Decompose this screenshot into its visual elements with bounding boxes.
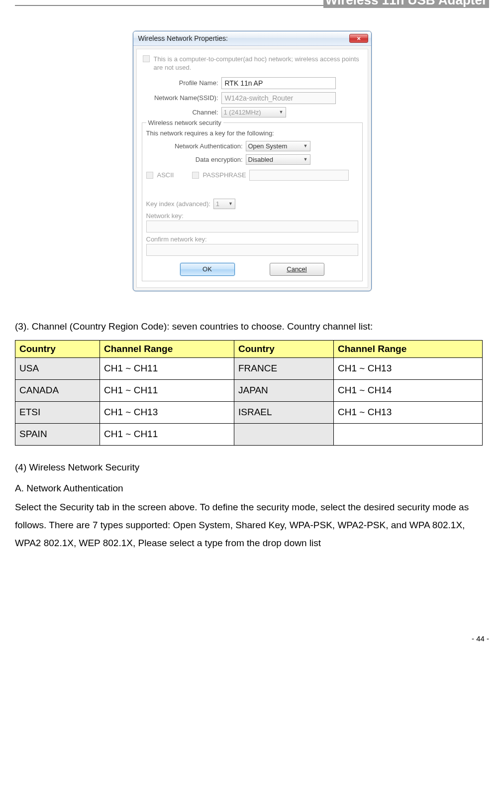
table-header: Country (15, 340, 100, 357)
table-row: CANADA CH1 ~ CH11 JAPAN CH1 ~ CH14 (15, 379, 483, 401)
passphrase-label: PASSPHRASE (203, 171, 246, 179)
section4-paragraph: Select the Security tab in the screen ab… (15, 498, 489, 552)
table-row: SPAIN CH1 ~ CH11 (15, 423, 483, 445)
table-row: USA CH1 ~ CH11 FRANCE CH1 ~ CH13 (15, 357, 483, 379)
security-group-title: Wireless network security (146, 119, 223, 126)
section3-intro: (3). Channel (Country Region Code): seve… (15, 318, 489, 335)
dialog-title: Wireless Network Properties: (138, 34, 228, 42)
netauth-label: Network Authentication: (146, 142, 246, 150)
profile-name-label: Profile Name: (142, 79, 221, 87)
wireless-properties-dialog: Wireless Network Properties: ✕ This is a… (133, 31, 372, 291)
section4-sub: A. Network Authentication (15, 479, 489, 497)
netauth-select[interactable]: Open System ▼ (246, 141, 310, 151)
keyindex-label: Key index (advanced): (146, 200, 210, 208)
page-header-title: Wireless 11n USB Adapter (323, 0, 489, 8)
adhoc-label: This is a computer-to-computer(ad hoc) n… (154, 55, 363, 72)
passphrase-checkbox (192, 172, 199, 179)
networkkey-label: Network key: (146, 212, 358, 220)
profile-name-input[interactable] (221, 77, 336, 89)
table-header: Channel Range (334, 340, 483, 357)
ascii-checkbox (146, 172, 153, 179)
adhoc-checkbox[interactable] (143, 55, 150, 62)
security-groupbox: Wireless network security This network r… (142, 122, 363, 281)
chevron-down-icon: ▼ (303, 157, 308, 162)
networkkey-input (146, 221, 358, 232)
chevron-down-icon: ▼ (303, 143, 308, 148)
netauth-value: Open System (248, 142, 288, 150)
channel-label: Channel: (142, 109, 221, 116)
security-group-sub: This network requires a key for the foll… (146, 129, 358, 137)
section4-title: (4) Wireless Network Security (15, 459, 489, 476)
channel-select: 1 (2412MHz) ▼ (221, 107, 286, 117)
ssid-label: Network Name(SSID): (142, 94, 221, 102)
table-header: Country (234, 340, 334, 357)
page-number: - 44 - (472, 634, 489, 643)
table-header: Channel Range (100, 340, 234, 357)
ok-button[interactable]: OK (180, 263, 235, 276)
dataenc-label: Data encryption: (146, 156, 246, 163)
table-row: ETSI CH1 ~ CH13 ISRAEL CH1 ~ CH13 (15, 401, 483, 423)
ssid-input (221, 92, 336, 104)
keyindex-value: 1 (216, 200, 219, 208)
cancel-button[interactable]: Cancel (270, 263, 324, 276)
dialog-titlebar: Wireless Network Properties: ✕ (133, 31, 371, 46)
chevron-down-icon: ▼ (228, 201, 233, 206)
dataenc-value: Disabled (248, 156, 274, 163)
country-channel-table: Country Channel Range Country Channel Ra… (15, 340, 483, 446)
ascii-label: ASCII (157, 171, 182, 179)
confirmkey-input (146, 244, 358, 256)
passphrase-input (249, 170, 349, 181)
chevron-down-icon: ▼ (279, 110, 284, 115)
confirmkey-label: Confirm network key: (146, 235, 358, 243)
channel-value: 1 (2412MHz) (224, 109, 261, 116)
keyindex-select: 1 ▼ (213, 199, 235, 209)
dataenc-select[interactable]: Disabled ▼ (246, 154, 310, 165)
close-icon[interactable]: ✕ (349, 34, 368, 43)
